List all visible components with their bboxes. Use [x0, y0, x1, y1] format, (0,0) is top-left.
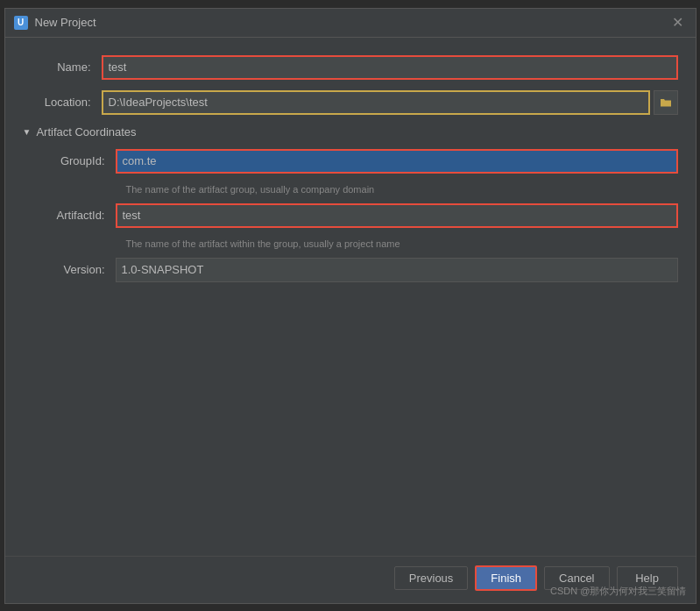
location-row: Location: [23, 90, 678, 115]
artifactid-input[interactable] [116, 203, 678, 228]
groupid-label: GroupId: [37, 154, 116, 167]
watermark: CSDN @那你为何对我三笑留情 [550, 585, 686, 598]
artifactid-row: ArtifactId: [37, 203, 678, 228]
finish-button[interactable]: Finish [475, 565, 537, 591]
folder-icon [660, 97, 672, 108]
dialog-icon: U [14, 16, 28, 30]
browse-folder-button[interactable] [654, 90, 678, 115]
version-input[interactable] [116, 258, 678, 282]
artifact-section-label: Artifact Coordinates [36, 125, 136, 139]
version-label: Version: [37, 263, 116, 276]
artifact-section: ▼ Artifact Coordinates GroupId: The name… [23, 125, 678, 282]
groupid-hint: The name of the artifact group, usually … [126, 184, 678, 195]
artifactid-label: ArtifactId: [37, 209, 116, 222]
name-row: Name: [23, 55, 678, 80]
groupid-input[interactable] [116, 149, 678, 174]
location-input-group [102, 90, 678, 115]
name-label: Name: [23, 60, 102, 74]
title-bar: U New Project ✕ [5, 9, 696, 38]
location-label: Location: [23, 96, 102, 109]
location-input[interactable] [102, 90, 650, 115]
version-row: Version: [37, 258, 678, 282]
groupid-row: GroupId: [37, 149, 678, 174]
name-input[interactable] [102, 55, 678, 80]
artifact-section-header: ▼ Artifact Coordinates [23, 125, 678, 139]
dialog-content: Name: Location: ▼ Artifact Coordinates [5, 38, 696, 429]
artifactid-hint: The name of the artifact within the grou… [126, 238, 678, 249]
spacer [5, 429, 696, 556]
previous-button[interactable]: Previous [394, 566, 469, 590]
close-button[interactable]: ✕ [669, 14, 687, 32]
collapse-triangle[interactable]: ▼ [23, 127, 32, 137]
artifact-inner: GroupId: The name of the artifact group,… [37, 149, 678, 282]
new-project-dialog: U New Project ✕ Name: Location: [4, 8, 696, 604]
dialog-title: New Project [35, 16, 662, 29]
